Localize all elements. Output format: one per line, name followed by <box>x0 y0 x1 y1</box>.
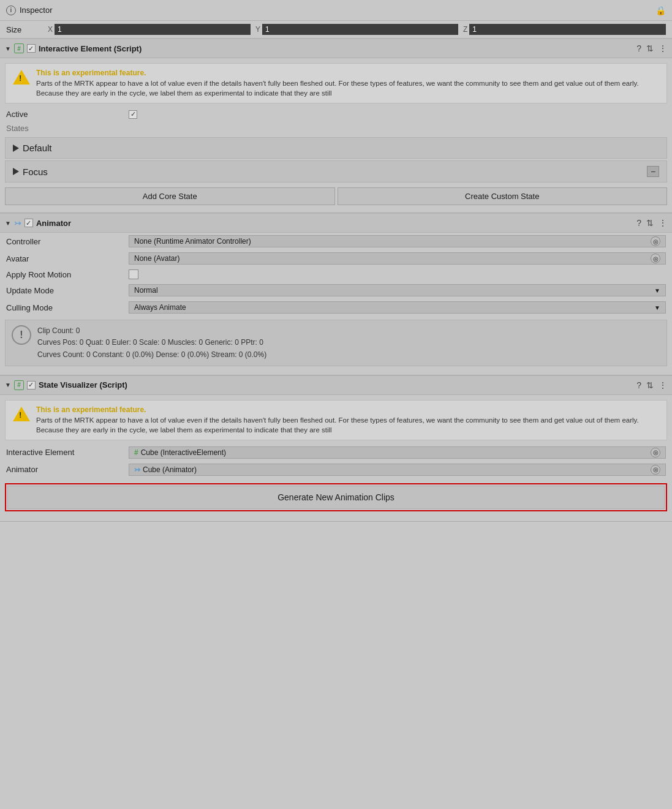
help-icon-sv[interactable]: ? <box>636 380 641 390</box>
controller-value: None (Runtime Animator Controller) ◎ <box>129 235 666 247</box>
sv-header-icons: ? ⇅ ⋮ <box>636 380 667 390</box>
animator-target-btn-sv[interactable]: ◎ <box>651 465 660 475</box>
inspector-title-text: Inspector <box>20 6 52 15</box>
animator-header-icons: ? ⇅ ⋮ <box>636 218 667 228</box>
focus-state-content: Focus <box>13 167 48 177</box>
update-mode-value-text: Normal <box>134 286 158 295</box>
controller-object-field[interactable]: None (Runtime Animator Controller) ◎ <box>129 235 666 247</box>
ie-value-sv: #Cube (InteractiveElement) ◎ <box>129 446 666 459</box>
default-state-name: Default <box>23 143 52 153</box>
culling-mode-dropdown[interactable]: Always Animate ▼ <box>129 301 666 314</box>
size-x-input[interactable] <box>55 24 251 35</box>
state-buttons-row: Add Core State Create Custom State <box>5 187 667 205</box>
culling-mode-label: Culling Mode <box>6 303 129 312</box>
apply-root-motion-checkbox[interactable] <box>129 269 138 279</box>
controller-target-btn[interactable]: ◎ <box>651 236 660 246</box>
animator-object-field-sv[interactable]: ↣Cube (Animator) ◎ <box>129 464 666 476</box>
avatar-object-field[interactable]: None (Avatar) ◎ <box>129 252 666 265</box>
ie-label-sv: Interactive Element <box>6 448 129 457</box>
enabled-checkbox-anim[interactable] <box>25 219 33 227</box>
apply-root-motion-label: Apply Root Motion <box>6 270 129 279</box>
avatar-target-btn[interactable]: ◎ <box>651 254 660 263</box>
lock-icon[interactable]: 🔒 <box>655 6 666 15</box>
update-mode-field-row: Update Mode Normal ▼ <box>0 282 672 299</box>
ie-field-row-sv: Interactive Element #Cube (InteractiveEl… <box>0 444 672 461</box>
ie-hash-prefix: # <box>134 448 138 457</box>
interactive-element-component: ▼ # Interactive Element (Script) ? ⇅ ⋮ T… <box>0 39 672 213</box>
script-hash-icon-sv: # <box>14 380 24 390</box>
generate-animation-clips-button[interactable]: Generate New Animation Clips <box>7 486 665 509</box>
ie-target-btn-sv[interactable]: ◎ <box>651 448 660 457</box>
remove-focus-state-btn[interactable]: − <box>647 166 659 177</box>
help-icon-anim[interactable]: ? <box>636 218 641 228</box>
animator-header: ▼ ↣ Animator ? ⇅ ⋮ <box>0 213 672 233</box>
info-icon: i <box>6 6 16 15</box>
active-value <box>129 110 666 119</box>
warning-triangle-icon-sv <box>12 405 31 423</box>
enabled-checkbox-ie[interactable] <box>27 44 36 53</box>
apply-root-motion-value <box>129 269 666 279</box>
animator-label-sv: Animator <box>6 465 129 474</box>
sliders-icon-ie[interactable]: ⇅ <box>646 43 654 53</box>
inspector-title-area: i Inspector <box>6 6 52 15</box>
ie-object-field-sv[interactable]: #Cube (InteractiveElement) ◎ <box>129 446 666 459</box>
warning-box-ie: This is an experimental feature. Parts o… <box>5 63 667 103</box>
default-state-box[interactable]: Default <box>5 137 667 159</box>
active-label: Active <box>6 110 129 119</box>
animator-info-text: Clip Count: 0 Curves Pos: 0 Quat: 0 Eule… <box>37 325 266 361</box>
sliders-icon-sv[interactable]: ⇅ <box>646 380 654 390</box>
warning-title-sv: This is an experimental feature. <box>36 405 660 414</box>
controller-label: Controller <box>6 237 129 246</box>
culling-mode-arrow: ▼ <box>654 304 660 311</box>
focus-state-box[interactable]: Focus − <box>5 160 667 182</box>
size-x-label: X <box>48 25 53 34</box>
animator-info-box: ! Clip Count: 0 Curves Pos: 0 Quat: 0 Eu… <box>5 320 667 366</box>
collapse-chevron-sv[interactable]: ▼ <box>5 382 11 388</box>
create-custom-state-button[interactable]: Create Custom State <box>338 187 668 205</box>
add-core-state-button[interactable]: Add Core State <box>5 187 335 205</box>
animator-title: Animator <box>36 219 633 228</box>
ie-value-text-sv: #Cube (InteractiveElement) <box>134 448 226 457</box>
avatar-value-text: None (Avatar) <box>134 254 179 263</box>
culling-mode-value: Always Animate ▼ <box>129 301 666 314</box>
size-z-input[interactable] <box>469 24 666 35</box>
avatar-field-row: Avatar None (Avatar) ◎ <box>0 250 672 267</box>
collapse-chevron-ie[interactable]: ▼ <box>5 45 11 52</box>
avatar-label: Avatar <box>6 254 129 263</box>
animator-component: ▼ ↣ Animator ? ⇅ ⋮ Controller None (Runt… <box>0 213 672 375</box>
animator-icon: ↣ <box>14 218 21 228</box>
controller-value-text: None (Runtime Animator Controller) <box>134 237 251 246</box>
kebab-icon-ie[interactable]: ⋮ <box>659 43 667 53</box>
collapse-chevron-anim[interactable]: ▼ <box>5 220 11 227</box>
sliders-icon-anim[interactable]: ⇅ <box>646 218 654 228</box>
warning-body-ie: Parts of the MRTK appear to have a lot o… <box>36 78 660 98</box>
animator-value-sv: ↣Cube (Animator) ◎ <box>129 464 666 476</box>
kebab-icon-sv[interactable]: ⋮ <box>659 380 667 390</box>
animator-arrow-prefix: ↣ <box>134 465 140 474</box>
interactive-element-header: ▼ # Interactive Element (Script) ? ⇅ ⋮ <box>0 39 672 58</box>
culling-mode-value-text: Always Animate <box>134 303 186 312</box>
focus-state-name: Focus <box>23 167 48 177</box>
sv-title: State Visualizer (Script) <box>39 380 633 389</box>
animator-info-line2: Curves Pos: 0 Quat: 0 Euler: 0 Scale: 0 … <box>37 337 266 348</box>
size-y-input[interactable] <box>262 24 458 35</box>
ie-header-icons: ? ⇅ ⋮ <box>636 43 667 53</box>
animator-field-row-sv: Animator ↣Cube (Animator) ◎ <box>0 461 672 478</box>
animator-info-line3: Curves Count: 0 Constant: 0 (0.0%) Dense… <box>37 349 266 361</box>
active-checkbox[interactable] <box>129 110 137 119</box>
warning-title-ie: This is an experimental feature. <box>36 69 660 77</box>
enabled-checkbox-sv[interactable] <box>27 381 36 389</box>
update-mode-dropdown[interactable]: Normal ▼ <box>129 284 666 296</box>
script-hash-icon-ie: # <box>14 43 24 53</box>
help-icon-ie[interactable]: ? <box>636 43 641 53</box>
size-z-label: Z <box>463 25 467 34</box>
size-row: Size X Y Z <box>0 21 672 39</box>
warning-text-sv: This is an experimental feature. Parts o… <box>36 405 660 435</box>
kebab-icon-anim[interactable]: ⋮ <box>659 218 667 228</box>
inspector-header: i Inspector 🔒 <box>0 0 672 21</box>
default-state-arrow <box>13 145 19 152</box>
size-y-field: Y <box>255 24 458 35</box>
state-visualizer-component: ▼ # State Visualizer (Script) ? ⇅ ⋮ This… <box>0 375 672 522</box>
warning-triangle-icon <box>12 69 31 86</box>
size-x-field: X <box>48 24 251 35</box>
